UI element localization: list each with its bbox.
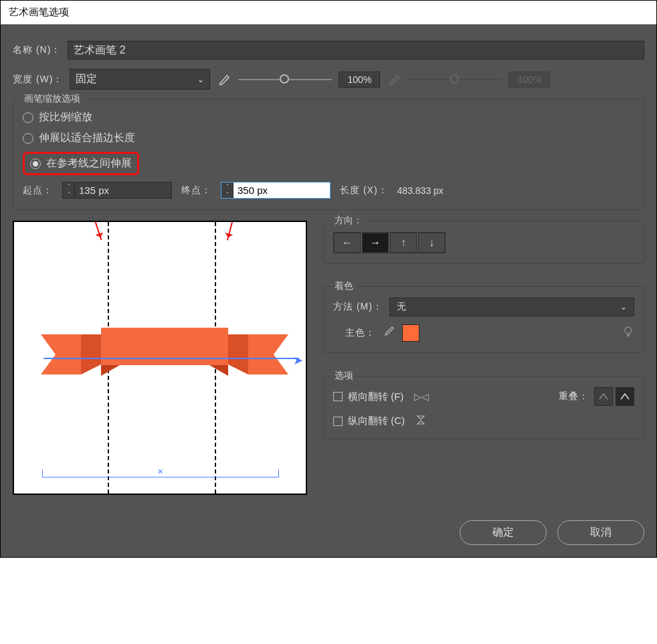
start-label: 起点： [23,185,53,197]
annotation-arrow-end [227,221,236,240]
svg-marker-0 [41,334,81,374]
direction-left[interactable]: ← [334,233,361,253]
direction-right[interactable]: → [362,233,389,253]
name-input[interactable] [68,41,644,60]
annotation-arrow-start [91,221,102,240]
radio-icon-selected [30,158,41,169]
options-fieldset: 选项 横向翻转 (F) ▷◁ 重叠： [323,376,644,439]
width-slider-2 [408,79,502,80]
svg-rect-4 [101,328,228,365]
length-bracket-x-icon: ✕ [157,467,163,476]
method-label: 方法 (M)： [333,301,383,313]
overlap-label: 重叠： [559,391,589,403]
radio-label: 按比例缩放 [39,110,92,124]
radio-stretch-fit[interactable]: 伸展以适合描边长度 [23,131,634,145]
radio-label: 在参考线之间伸展 [46,156,132,171]
svg-rect-8 [627,334,630,336]
dialog-title: 艺术画笔选项 [1,1,656,25]
width-label: 宽度 (W)： [13,74,63,86]
flip-horizontal-checkbox[interactable]: 横向翻转 (F) ▷◁ [333,391,429,403]
chevron-down-icon: ⌄ [620,302,627,312]
width-slider-1[interactable] [238,79,332,80]
flip-vertical-icon [415,414,426,428]
tip-bulb-icon[interactable] [622,326,634,341]
radio-proportional[interactable]: 按比例缩放 [23,110,634,124]
width-pct-1[interactable]: 100% [339,72,380,88]
spinner-up-icon[interactable]: ˄ [63,183,74,191]
spinner-up-icon[interactable]: ˄ [221,183,233,191]
method-dropdown[interactable]: 无 ⌄ [389,298,634,316]
ok-button[interactable]: 确定 [460,520,547,545]
direction-indicator-line [43,358,299,359]
radio-stretch-guides-highlighted: 在参考线之间伸展 [23,152,139,175]
overlap-option-1[interactable] [594,387,613,406]
options-legend: 选项 [331,370,357,382]
width-dropdown[interactable]: 固定 ⌄ [70,69,210,90]
colorize-legend: 着色 [331,280,357,292]
end-input[interactable] [233,183,330,198]
chevron-down-icon: ⌄ [197,75,204,84]
cancel-button[interactable]: 取消 [557,520,644,545]
pen-tip-icon-2 [387,72,401,87]
radio-icon [23,133,33,144]
spinner-down-icon[interactable]: ˅ [63,191,74,199]
radio-icon [23,112,33,123]
width-dropdown-value: 固定 [76,72,97,86]
scale-options-legend: 画笔缩放选项 [20,93,84,105]
ribbon-artwork [41,328,288,395]
colorize-fieldset: 着色 方法 (M)： 无 ⌄ 主色： [323,286,644,353]
direction-legend: 方向： [331,215,367,227]
key-color-swatch[interactable] [402,324,419,342]
svg-point-7 [625,327,632,334]
key-color-label: 主色： [345,327,375,339]
width-pct-2: 100% [508,72,550,88]
length-value: 483.833 px [397,185,444,196]
length-label: 长度 (X)： [340,185,388,197]
brush-preview: ➤ ✕ [13,221,307,495]
scale-options-fieldset: 画笔缩放选项 按比例缩放 伸展以适合描边长度 在参考线之间伸展 起点： ˄˅ [13,99,644,210]
end-spinner[interactable]: ˄˅ [221,182,331,199]
flip-horizontal-icon: ▷◁ [414,391,429,402]
eyedropper-icon[interactable] [382,325,395,342]
pen-tip-icon [217,72,231,87]
direction-fieldset: 方向： ← → ↑ ↓ [323,221,644,263]
spinner-down-icon[interactable]: ˅ [221,191,233,199]
checkbox-icon [333,392,343,401]
end-label: 终点： [181,185,211,197]
direction-down[interactable]: ↓ [418,233,445,253]
start-input[interactable] [75,183,171,198]
radio-label: 伸展以适合描边长度 [39,131,135,145]
start-spinner[interactable]: ˄˅ [62,182,172,199]
flip-h-label: 横向翻转 (F) [348,391,403,403]
checkbox-icon [333,417,343,426]
svg-marker-2 [248,334,288,374]
overlap-option-2[interactable] [616,387,634,406]
flip-vertical-checkbox[interactable]: 纵向翻转 (C) [333,414,634,428]
svg-marker-6 [209,365,228,376]
direction-up[interactable]: ↑ [390,233,417,253]
flip-v-label: 纵向翻转 (C) [348,415,405,427]
method-value: 无 [397,301,406,313]
name-label: 名称 (N)： [13,44,61,56]
direction-indicator-arrowhead: ➤ [293,353,303,368]
art-brush-options-dialog: 艺术画笔选项 名称 (N)： 宽度 (W)： 固定 ⌄ 100% [0,0,657,558]
svg-marker-5 [101,365,120,376]
radio-stretch-guides[interactable]: 在参考线之间伸展 [30,156,132,171]
